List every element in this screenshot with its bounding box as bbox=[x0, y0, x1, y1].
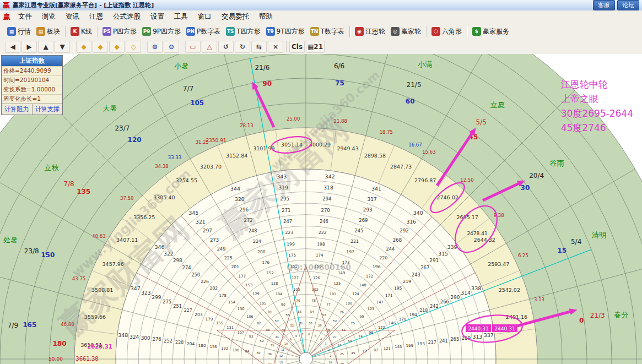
svg-text:103: 103 bbox=[293, 287, 300, 291]
p-table-label: P数字表 bbox=[197, 27, 220, 36]
menu-item-10[interactable]: 帮助 bbox=[254, 11, 278, 23]
menu-item-8[interactable]: 窗口 bbox=[193, 11, 217, 23]
svg-text:5/4: 5/4 bbox=[571, 238, 581, 246]
prev-button[interactable]: ◀ bbox=[5, 41, 20, 53]
swap-tool[interactable]: ⇆ bbox=[251, 41, 267, 53]
svg-text:147: 147 bbox=[376, 300, 384, 305]
svg-text:3152.84: 3152.84 bbox=[226, 153, 247, 159]
svg-text:225: 225 bbox=[224, 256, 233, 260]
svg-text:165: 165 bbox=[23, 321, 36, 329]
svg-text:18.75: 18.75 bbox=[380, 129, 393, 135]
toolbar-9p-square-button[interactable]: P99P四方形 bbox=[139, 26, 184, 37]
toolbar-quotes-button[interactable]: ▦行情 bbox=[4, 26, 34, 37]
svg-text:127: 127 bbox=[292, 276, 299, 280]
winner-wheel-icon: ◎ bbox=[391, 27, 400, 36]
svg-text:73: 73 bbox=[363, 349, 367, 353]
clear-button[interactable]: Cls bbox=[289, 41, 305, 53]
svg-text:228: 228 bbox=[175, 340, 184, 345]
sectors-icon: ▤ bbox=[36, 27, 45, 36]
svg-text:75: 75 bbox=[350, 321, 355, 325]
svg-text:246: 246 bbox=[320, 219, 328, 224]
svg-text:33.33: 33.33 bbox=[168, 155, 181, 160]
svg-text:321: 321 bbox=[196, 219, 206, 225]
svg-text:314: 314 bbox=[461, 290, 471, 296]
quotes-icon: ▦ bbox=[7, 27, 16, 36]
step-row: 周变化步长=1 bbox=[2, 94, 62, 104]
screen-21-button[interactable]: ▦21 bbox=[306, 41, 325, 53]
svg-text:6: 6 bbox=[308, 333, 310, 336]
quotes-label: 行情 bbox=[18, 27, 31, 36]
toolbar-p-square-button[interactable]: PSP四方形 bbox=[100, 26, 139, 37]
svg-text:249: 249 bbox=[217, 246, 226, 252]
svg-text:300: 300 bbox=[141, 335, 150, 341]
svg-text:178: 178 bbox=[219, 293, 226, 298]
toolbar-separator bbox=[73, 41, 73, 52]
svg-text:98: 98 bbox=[369, 330, 373, 334]
toolbar-winner-service-button[interactable]: $赢家服务 bbox=[470, 26, 512, 37]
svg-text:180: 180 bbox=[52, 340, 66, 347]
svg-text:222: 222 bbox=[319, 230, 327, 235]
menu-item-5[interactable]: 公式选股 bbox=[108, 11, 145, 23]
svg-text:处暑: 处暑 bbox=[3, 236, 18, 244]
menu-item-6[interactable]: 设置 bbox=[145, 11, 169, 23]
rotate-cw-tool[interactable]: ↻ bbox=[235, 41, 250, 53]
menu-item-2[interactable]: 浏览 bbox=[37, 11, 61, 23]
rotate-ccw-tool[interactable]: ↺ bbox=[218, 41, 234, 53]
gann-wheel-label: 江恩轮 bbox=[365, 27, 385, 36]
svg-text:3203.70: 3203.70 bbox=[200, 164, 222, 170]
toolbar-kline-button[interactable]: KK线 bbox=[68, 26, 95, 37]
delete-tool[interactable]: × bbox=[268, 41, 283, 53]
svg-text:223: 223 bbox=[285, 230, 293, 235]
svg-text:35: 35 bbox=[271, 344, 274, 347]
toolbar-9t-square-button[interactable]: T99T四方形 bbox=[263, 26, 307, 37]
up-button[interactable]: ▲ bbox=[38, 41, 53, 53]
toolbar-separator bbox=[144, 41, 144, 52]
svg-text:春分: 春分 bbox=[614, 311, 628, 319]
zoom-in-button[interactable]: ⊕ bbox=[147, 41, 163, 53]
svg-text:27: 27 bbox=[333, 335, 337, 339]
menu-item-9[interactable]: 交易委托 bbox=[217, 11, 254, 23]
rect-tool[interactable]: ▭ bbox=[185, 41, 201, 53]
menu-item-7[interactable]: 工具 bbox=[169, 11, 193, 23]
menu-item-3[interactable]: 资讯 bbox=[61, 11, 84, 23]
svg-text:90: 90 bbox=[262, 80, 272, 88]
svg-text:74: 74 bbox=[358, 334, 363, 338]
next-button[interactable]: ▶ bbox=[21, 41, 37, 53]
diamond-tool-3[interactable]: ◆ bbox=[109, 41, 125, 53]
svg-text:275: 275 bbox=[163, 299, 171, 305]
svg-text:7/8: 7/8 bbox=[63, 180, 74, 188]
triangle-tool[interactable]: △ bbox=[202, 41, 217, 53]
gann-wheel-canvas[interactable]: 1234567891011121324252627282930313233343… bbox=[0, 54, 642, 364]
svg-text:153: 153 bbox=[245, 283, 252, 287]
svg-text:338: 338 bbox=[471, 285, 481, 291]
toolbar-t-square-button[interactable]: TST四方形 bbox=[223, 26, 263, 37]
calc-resistance-button[interactable]: 计算阻力 bbox=[2, 104, 33, 115]
customer-service-button[interactable]: 客服 bbox=[593, 0, 615, 10]
diamond-tool-4[interactable]: ◇ bbox=[126, 41, 141, 53]
menu-item-4[interactable]: 江恩 bbox=[84, 11, 108, 23]
toolbar-sectors-button[interactable]: ▤板块 bbox=[34, 26, 63, 37]
diamond-tool-1[interactable]: ◆ bbox=[76, 41, 91, 53]
svg-text:324: 324 bbox=[130, 334, 139, 340]
svg-text:79: 79 bbox=[296, 298, 300, 302]
svg-text:337: 337 bbox=[484, 332, 494, 338]
toolbar-hexagon-button[interactable]: ⬡六角形 bbox=[429, 26, 465, 37]
toolbar-winner-wheel-button[interactable]: ◎赢家轮 bbox=[388, 26, 424, 37]
forum-button[interactable]: 论坛 bbox=[617, 0, 639, 10]
diamond-tool-2[interactable]: ◆ bbox=[93, 41, 108, 53]
svg-text:129: 129 bbox=[252, 292, 260, 296]
zoom-out-button[interactable]: ⊖ bbox=[164, 41, 179, 53]
toolbar-p-table-button[interactable]: PNP数字表 bbox=[184, 26, 223, 37]
toolbar-t-table-button[interactable]: TNT数字表 bbox=[307, 26, 347, 37]
svg-text:60: 60 bbox=[406, 97, 415, 105]
svg-text:132: 132 bbox=[221, 346, 228, 351]
toolbar-gann-wheel-button[interactable]: ◉江恩轮 bbox=[352, 26, 388, 37]
svg-text:341: 341 bbox=[371, 186, 381, 192]
menu-item-1[interactable]: 文件 bbox=[13, 11, 37, 23]
down-button[interactable]: ▼ bbox=[55, 41, 70, 53]
svg-text:2796.87: 2796.87 bbox=[414, 177, 436, 183]
svg-text:197: 197 bbox=[346, 249, 354, 254]
svg-text:100: 100 bbox=[346, 301, 352, 305]
calc-support-button[interactable]: 计算支撑 bbox=[33, 104, 63, 115]
toolbar-separator bbox=[65, 26, 66, 37]
